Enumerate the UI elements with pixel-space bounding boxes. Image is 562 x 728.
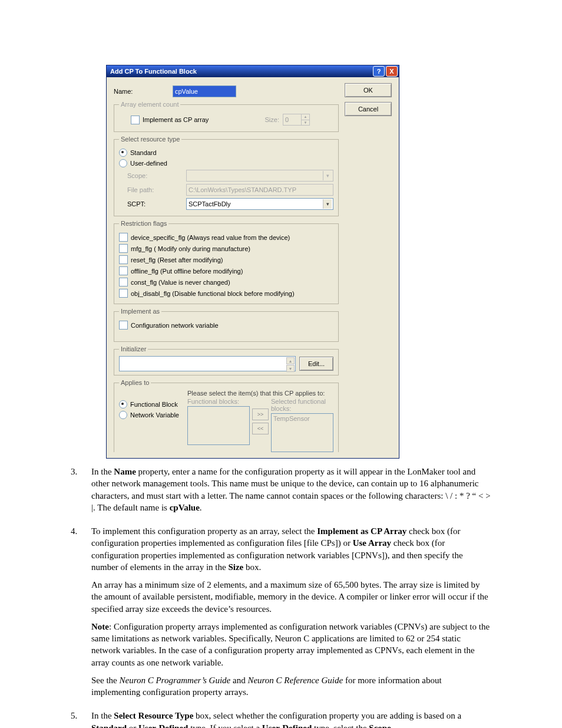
scpt-dropdown[interactable]: SCPTactFbDly — [186, 198, 333, 210]
flag-objdisabl-checkbox[interactable] — [119, 289, 128, 298]
name-input[interactable]: cpValue — [173, 85, 236, 97]
document-body: 3. In the Name property, enter a name fo… — [71, 466, 491, 728]
filepath-label: File path: — [119, 186, 186, 193]
array-group: Array element count Implement as CP arra… — [114, 101, 339, 132]
step-3: 3. In the Name property, enter a name fo… — [71, 466, 491, 519]
init-up-icon[interactable]: ▲ — [286, 357, 295, 364]
fb-list-header: Functional blocks: — [187, 398, 250, 405]
applies-legend: Applies to — [119, 379, 151, 386]
step-5: 5. In the Select Resource Type box, sele… — [71, 710, 491, 728]
size-spinner[interactable]: 0 ▲▼ — [283, 114, 310, 126]
flag-reset-checkbox[interactable] — [119, 255, 128, 264]
initializer-text[interactable]: ▲▼ — [119, 356, 296, 371]
spinner-down-icon[interactable]: ▼ — [301, 120, 309, 126]
selected-fb-header: Selected functional blocks: — [271, 398, 333, 412]
initializer-legend: Initializer — [119, 345, 148, 353]
name-label: Name: — [114, 88, 173, 95]
spinner-up-icon[interactable]: ▲ — [301, 114, 309, 120]
flag-mfg-checkbox[interactable] — [119, 244, 128, 253]
init-down-icon[interactable]: ▼ — [286, 365, 295, 372]
move-left-button[interactable]: << — [252, 423, 269, 434]
title-bar: Add CP To Functional Block ? X — [107, 65, 399, 77]
size-label: Size: — [265, 116, 279, 123]
impl-legend: Implement as — [119, 308, 161, 315]
resource-type-group: Select resource type Standard User-defin… — [114, 136, 339, 216]
scpt-label: SCPT: — [119, 200, 186, 207]
applies-to-group: Applies to Please select the item(s) tha… — [114, 379, 339, 452]
cnv-checkbox[interactable] — [119, 321, 128, 330]
dialog-title: Add CP To Functional Block — [110, 68, 197, 75]
scope-dropdown — [186, 170, 333, 182]
fb-listbox[interactable] — [187, 406, 250, 445]
close-icon[interactable]: X — [386, 66, 398, 77]
standard-label: Standard — [130, 149, 157, 156]
selected-fb-listbox[interactable]: TempSensor — [271, 413, 333, 452]
filepath-field: C:\LonWorks\Types\STANDARD.TYP — [186, 184, 333, 196]
flag-const-checkbox[interactable] — [119, 278, 128, 286]
flags-legend: Restriction flags — [119, 220, 168, 227]
applies-nv-radio[interactable] — [119, 411, 127, 419]
scope-label: Scope: — [119, 172, 186, 179]
help-icon[interactable]: ? — [373, 66, 385, 77]
restriction-flags-group: Restriction flags device_specific_flg (A… — [114, 220, 339, 304]
impl-cp-array-checkbox[interactable] — [131, 116, 140, 124]
resource-legend: Select resource type — [119, 136, 181, 143]
move-right-button[interactable]: >> — [252, 409, 269, 420]
standard-radio[interactable] — [119, 149, 127, 157]
initializer-group: Initializer ▲▼ Edit... — [114, 345, 339, 375]
array-legend: Array element count — [119, 101, 180, 108]
impl-cp-array-label: Implement as CP array — [143, 116, 209, 123]
flag-offline-checkbox[interactable] — [119, 266, 128, 275]
edit-button[interactable]: Edit... — [299, 357, 333, 371]
add-cp-dialog: Add CP To Functional Block ? X Name: cpV… — [106, 65, 399, 459]
userdef-radio[interactable] — [119, 159, 127, 167]
ok-button[interactable]: OK — [345, 83, 392, 97]
flag-device-specific-checkbox[interactable] — [119, 233, 128, 242]
implement-as-group: Implement as Configuration network varia… — [114, 308, 339, 342]
applies-instruction: Please select the item(s) that this CP a… — [187, 390, 333, 397]
step-4: 4. To implement this configuration prope… — [71, 525, 491, 704]
userdef-label: User-defined — [130, 160, 167, 167]
applies-fb-radio[interactable] — [119, 400, 127, 409]
cancel-button[interactable]: Cancel — [345, 102, 392, 116]
